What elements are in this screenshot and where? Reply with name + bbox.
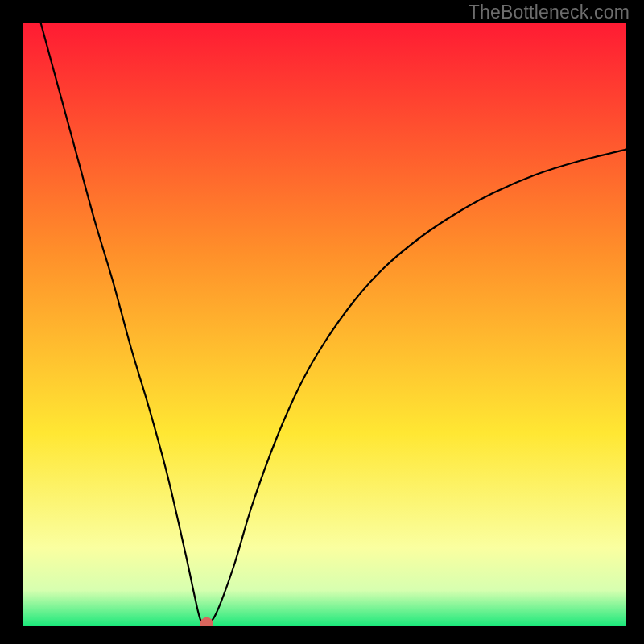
watermark-text: TheBottleneck.com <box>469 2 630 23</box>
bottleneck-chart <box>23 23 626 626</box>
chart-frame: TheBottleneck.com <box>0 0 644 644</box>
gradient-background <box>23 23 626 626</box>
